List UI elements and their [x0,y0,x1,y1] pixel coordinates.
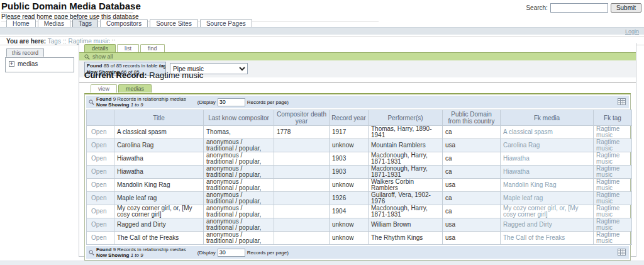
column-header: Title [114,110,204,126]
tree-item-medias[interactable]: + medias [9,60,70,67]
cell-fk-media: A classical spasm [501,126,594,139]
cell-compositor: anonymous / traditional / popular, [204,166,274,179]
cell-fk-media: Carolina Rag [501,139,594,152]
record-tabs: detailslistfind [84,44,165,52]
column-header [87,110,114,126]
view-tab-view[interactable]: view [91,84,117,93]
cell-fk-media-link[interactable]: A classical spasm [503,128,553,135]
cell-fk-media: The Call of the Freaks [501,232,594,245]
open-link[interactable]: Open [91,142,106,149]
cell-pd-country: usa [443,218,501,232]
cell-compositor: anonymous / traditional / popular, [204,218,274,232]
display-suffix: Records per page) [247,250,289,256]
cell-fk-tag-link[interactable]: Ragtime music [596,166,619,179]
cell-title: Hiawatha [114,166,204,179]
open-link[interactable]: Open [91,168,106,175]
cell-death-year [274,232,330,245]
cell-performers: Mountain Ramblers [369,139,443,152]
cell-open: Open [87,192,114,205]
cell-fk-media: Mandolin King Rag [501,179,594,192]
tree-item-label: medias [18,60,38,67]
cell-fk-tag-link[interactable]: Ragtime music [596,139,619,152]
table-view-icon[interactable] [618,98,626,105]
column-header: Fk media [501,110,594,126]
open-link[interactable]: Open [91,195,106,201]
search-input[interactable] [550,3,608,13]
cell-record-year: 1917 [330,126,369,139]
cell-performers: Thomas, Harry, 1890-1941 [369,126,443,139]
cell-title: A classical spasm [114,126,204,139]
open-link[interactable]: Open [91,128,106,135]
cell-fk-media-link[interactable]: My cozy corner girl, or, [My cosy corner… [503,205,578,218]
cell-fk-media: Maple leaf rag [501,192,594,205]
cell-open: Open [87,166,114,179]
table-row: OpenHiawathaanonymous / traditional / po… [87,166,632,179]
cell-fk-media: Hiawatha [501,166,594,179]
open-link[interactable]: Open [91,155,106,162]
cell-performers: Macdonough, Harry, 1871-1931 [369,152,443,166]
column-header: Public Domain from this country [443,110,501,126]
cell-death-year [274,139,330,152]
cell-pd-country: ca [443,205,501,218]
view-tab-medias[interactable]: medias [118,84,152,93]
breadcrumb-link-tags[interactable]: Tags [48,38,61,45]
cell-record-year: unknow [330,218,369,232]
cell-fk-media-link[interactable]: Carolina Rag [503,142,540,149]
cell-record-year: 1903 [330,152,369,166]
cell-fk-tag-link[interactable]: Ragtime music [596,179,619,192]
cell-title: Hiawatha [114,152,204,166]
records-per-page-input[interactable] [218,249,245,257]
cell-performers: Macdonough, Harry, 1871-1931 [369,205,443,218]
magnifier-icon [89,99,94,105]
cell-record-year: unknow [330,232,369,245]
cell-fk-media-link[interactable]: Hiawatha [503,155,530,162]
cell-fk-tag: Ragtime music [594,139,632,152]
main-panel: detailslistfind show all Found 85 of 85 … [79,43,636,257]
expand-plus-icon[interactable]: + [9,61,14,67]
relationship-toolbar-bottom: Found 9 Records in relationship medias N… [86,246,629,259]
cell-record-year: 1904 [330,205,369,218]
found-label: Found [87,63,102,69]
login-link[interactable]: Login [625,28,639,35]
cell-record-year: 1903 [330,166,369,179]
open-link[interactable]: Open [91,181,106,188]
cell-compositor: anonymous / traditional / popular, [204,192,274,205]
cell-fk-tag: Ragtime music [594,232,632,245]
relationship-toolbar-top: Found 9 Records in relationship medias N… [86,96,629,108]
cell-fk-media-link[interactable]: Mandolin King Rag [503,181,557,188]
table-header-row: TitleLast know compositorCompositor deat… [87,110,632,126]
cell-fk-media-link[interactable]: The Call of the Freaks [503,234,565,241]
cell-death-year [274,166,330,179]
cell-fk-tag-link[interactable]: Ragtime music [596,126,619,139]
cell-fk-tag-link[interactable]: Ragtime music [596,218,619,232]
submit-button[interactable]: Submit [611,3,641,13]
cell-compositor: anonymous / traditional / popular, [204,179,274,192]
current-record-label: Current Record: [84,70,147,80]
cell-fk-tag-link[interactable]: Ragtime music [596,152,619,166]
cell-fk-media-link[interactable]: Maple leaf rag [503,195,543,201]
show-all-bar[interactable]: show all [79,52,636,60]
show-all-label: show all [92,53,113,60]
record-tab-details[interactable]: details [84,44,116,52]
cell-fk-tag-link[interactable]: Ragtime music [596,192,619,205]
records-per-page-input[interactable] [218,98,245,106]
record-tab-list[interactable]: list [117,44,139,52]
cell-fk-tag-link[interactable]: Ragtime music [596,205,619,218]
table-row: OpenCarolina Raganonymous / traditional … [87,139,632,152]
table-row: OpenMy cozy corner girl, or, [My cosy co… [87,205,632,218]
column-header: Performer(s) [369,110,443,126]
open-link[interactable]: Open [91,208,106,215]
sidebar-tab-this-record[interactable]: this record [6,48,44,57]
cell-fk-tag: Ragtime music [594,205,632,218]
open-link[interactable]: Open [91,221,106,228]
open-link[interactable]: Open [91,234,106,241]
breadcrumb-prefix: You are here: [6,38,46,45]
record-tab-find[interactable]: find [140,44,165,52]
table-view-icon[interactable] [618,249,626,256]
cell-fk-media-link[interactable]: Ragged and Dirty [503,221,552,228]
magnifier-icon [84,54,90,60]
cell-fk-media-link[interactable]: Hiawatha [503,168,530,175]
sidebar-box: + medias [5,57,74,72]
column-header: Last know compositor [204,110,274,126]
cell-fk-tag-link[interactable]: Ragtime music [596,232,619,245]
